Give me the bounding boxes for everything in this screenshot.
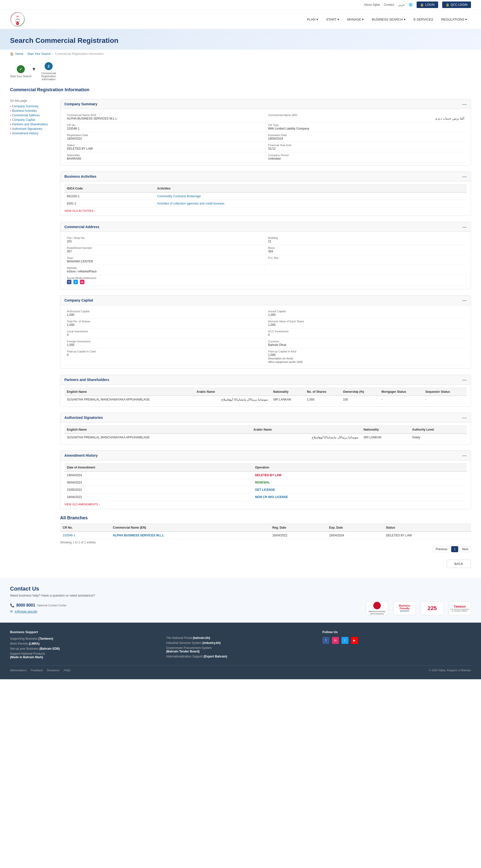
sidebar-item-business-activities[interactable]: Business Activities <box>10 109 55 113</box>
nav-regulations[interactable]: REGULATIONS ▾ <box>437 15 471 24</box>
contact-link[interactable]: Contact <box>384 3 394 6</box>
on-page-label: On this page <box>10 99 55 102</box>
amend-date-1: 19/04/2024 <box>64 471 253 479</box>
sidebar-item-company-summary[interactable]: Company Summary <box>10 104 55 108</box>
col-nationality: Nationality <box>270 388 304 396</box>
partners-title: Partners and Shareholders <box>64 378 109 382</box>
cr-content: Company Summary — Commercial Name (EN) A… <box>60 99 471 570</box>
commercial-address-body: Flat / Shop No. 201 Building 21 Road/Str… <box>60 232 471 289</box>
partners-table: English Name Arabic Name Nationality No.… <box>64 388 467 403</box>
footer-instagram-icon[interactable]: in <box>332 637 339 644</box>
cr-layout: On this page Company Summary Business Ac… <box>10 99 471 570</box>
amendments-body: Date of Amendment Operation 19/04/2024 D… <box>60 460 471 509</box>
sidebar-item-partners[interactable]: Partners and Shareholders <box>10 123 55 126</box>
breadcrumb-search[interactable]: Start Your Search <box>27 52 51 56</box>
step-1-label: Start Your Search <box>10 75 32 78</box>
arabic-link[interactable]: عربي <box>398 3 405 6</box>
nav-eservices[interactable]: E-SERVICES <box>410 15 438 24</box>
collapse-btn-signatories[interactable]: — <box>462 415 467 420</box>
address-grid: Flat / Shop No. 201 Building 21 Road/Str… <box>64 235 467 286</box>
qcc-login-button[interactable]: 🔒 QCC LOGIN <box>442 1 471 8</box>
partner-en-name: SUSANTHA PREMALAL MANCHANAYAKA APPUHAMIL… <box>64 396 194 403</box>
login-button[interactable]: 🔒 LOGIN <box>417 1 438 8</box>
phone-icon: 📞 <box>10 603 14 607</box>
col-sequestor: Sequestor Status <box>423 388 467 396</box>
about-link[interactable]: About Sijilat <box>364 3 380 6</box>
footer-facebook-icon[interactable]: f <box>322 637 329 644</box>
collapse-btn-address[interactable]: — <box>462 225 467 229</box>
footer-social-icons: f in t ▶ <box>322 637 471 644</box>
instagram-icon[interactable]: in <box>80 280 85 284</box>
col-isic: ISIC4 Code <box>64 185 155 193</box>
footer-twitter-icon[interactable]: t <box>342 637 349 644</box>
activity-code-2: 8291-1 <box>64 200 155 207</box>
br-status-1: DELETED BY LAW <box>383 532 471 539</box>
sidebar-item-company-capital[interactable]: Company Capital <box>10 118 55 122</box>
amend-op-4: NEW CR W/O LICENSE <box>253 494 467 501</box>
sig-ar-name: سوسانتا بريمالال مانشانياكا أبوهاميلاج <box>251 434 361 441</box>
collapse-btn-activities[interactable]: — <box>462 174 467 179</box>
field-paidup-kind: Paid-up Capital In Kind 1,000Description… <box>265 348 467 366</box>
back-btn-row: BACK <box>60 557 471 570</box>
nav-business-search[interactable]: BUSINESS SEARCH ▾ <box>368 15 409 24</box>
collapse-btn-capital[interactable]: — <box>462 298 467 303</box>
step-2: 2 Commercial Registration Information <box>36 62 61 81</box>
sidebar-nav: On this page Company Summary Business Ac… <box>10 99 55 570</box>
amend-op-1: DELETED BY LAW <box>253 471 467 479</box>
collapse-btn-partners[interactable]: — <box>462 377 467 382</box>
collapse-btn-summary[interactable]: — <box>462 102 467 106</box>
business-activities-section: Business Activities — ISIC4 Code Activit… <box>60 172 471 216</box>
facebook-icon[interactable]: f <box>67 280 71 284</box>
breadcrumb-home[interactable]: Home <box>15 52 23 56</box>
field-auth-capital: Authorized Capital 1,000 <box>64 308 265 318</box>
footer-portal-4: Internationalization Support (Export Bah… <box>166 655 315 658</box>
footer-bs-list: Supporting Business (Tamkeen) Work Permi… <box>10 637 159 659</box>
twitter-icon[interactable]: t <box>73 280 78 284</box>
nav-start[interactable]: START ▾ <box>322 15 343 24</box>
svg-text:25: 25 <box>16 15 19 18</box>
social-icons-row: f t in <box>67 280 464 284</box>
footer-portal-3: Government Procurement System(Bahrain Te… <box>166 646 315 653</box>
contact-section: Contact Us Need business help? Have a qu… <box>0 578 481 623</box>
footer-youtube-icon[interactable]: ▶ <box>351 637 358 644</box>
sidebar-item-commercial-address[interactable]: Commercial Address <box>10 114 55 117</box>
amendment-row-3: 23/05/2022 GET LICENSE <box>64 486 467 494</box>
br-expdate-1: 18/04/2024 <box>327 532 384 539</box>
collapse-btn-amendments[interactable]: — <box>462 453 467 458</box>
col-activities: Activities <box>155 185 467 193</box>
field-nationality: Nationality BAHRAINI <box>64 152 265 162</box>
sidebar-item-signatories[interactable]: Authorized Signatories <box>10 127 55 131</box>
col-shares: No. of Shares <box>304 388 341 396</box>
field-exp-date: Expiration Date 18/04/2024 <box>265 132 467 142</box>
view-old-amendments-link[interactable]: VIEW OLD AMENDMENTS <box>64 503 100 506</box>
col-mortgager: Mortgager Status <box>379 388 423 396</box>
footer-disclaimer-link[interactable]: Disclaimer <box>47 669 60 672</box>
partner-shares: 1,000 <box>304 396 341 403</box>
footer-feedback-link[interactable]: Feedback <box>31 669 43 672</box>
footer-bs-1: Supporting Business (Tamkeen) <box>10 637 159 641</box>
contact-info: 📞 8000 8001 National Contact Center ✉ ir… <box>10 603 67 613</box>
contact-email: ✉ ir@moic.gov.bh <box>10 610 67 613</box>
branch-row-1: 153546-1 ALPHA BUSINESS SERVICES W.L.L 1… <box>60 532 471 539</box>
email-link[interactable]: ir@moic.gov.bh <box>15 610 37 613</box>
footer-faqs-link[interactable]: FAQs <box>64 669 71 672</box>
sidebar-item-amendments[interactable]: Amendment History <box>10 132 55 135</box>
step-2-label: Commercial Registration Information <box>36 72 61 81</box>
page-1-btn[interactable]: 1 <box>451 546 458 552</box>
logo-badge: 25 سجلات SIJILAT BH <box>10 12 25 27</box>
col-ar-name: Arabic Name <box>194 388 271 396</box>
view-old-activities-link[interactable]: VIEW OLD ACTIVITIES <box>64 209 95 212</box>
nav-plan[interactable]: PLAN ▾ <box>303 15 322 24</box>
activity-row-1: 661202-1 Commodity Contracts Brokerage <box>64 192 467 200</box>
activity-code-1: 661202-1 <box>64 192 155 200</box>
col-br-name: Commercial Name (EN) <box>110 524 270 532</box>
field-local-investment: Local Investment 0 <box>64 328 265 338</box>
svg-text:سجلات: سجلات <box>15 18 20 20</box>
field-social: Social Media Addresses f t in <box>64 275 467 286</box>
nav-manage[interactable]: MANAGE ▾ <box>343 15 368 24</box>
next-btn[interactable]: Next <box>459 546 471 552</box>
footer-abbreviations-link[interactable]: Abbreviations <box>10 669 27 672</box>
back-button[interactable]: BACK <box>447 560 471 568</box>
partner-sequestor: - <box>423 396 467 403</box>
prev-btn[interactable]: Previous <box>433 546 450 552</box>
